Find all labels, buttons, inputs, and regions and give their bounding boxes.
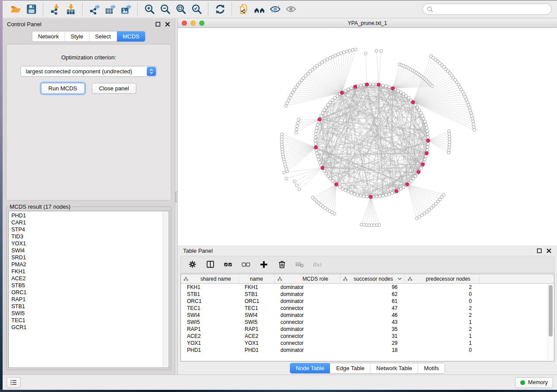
table-row[interactable]: SWI5SWI5connector431 bbox=[181, 319, 554, 326]
column-header-shared-name[interactable]: shared name bbox=[181, 274, 239, 284]
search-icon bbox=[427, 6, 433, 13]
zoom-in-button[interactable] bbox=[142, 2, 157, 17]
close-panel-action-button[interactable]: Close panel bbox=[92, 83, 137, 94]
show-columns-button[interactable] bbox=[205, 259, 215, 270]
tab-network-table[interactable]: Network Table bbox=[370, 363, 418, 373]
network-graph[interactable] bbox=[178, 28, 557, 245]
mcds-result-item[interactable]: ORC1 bbox=[9, 289, 169, 296]
mcds-result-item[interactable]: TEC1 bbox=[9, 317, 169, 324]
table-settings-button[interactable] bbox=[187, 259, 197, 270]
tab-network[interactable]: Network bbox=[32, 31, 65, 41]
column-header-successor-nodes[interactable]: successor nodes bbox=[340, 274, 405, 284]
open-folder-icon bbox=[10, 3, 21, 15]
network-window-title: YPA_prune.txt_1 bbox=[348, 20, 387, 26]
open-session-button[interactable] bbox=[8, 2, 24, 17]
svg-text:f(x): f(x) bbox=[313, 261, 322, 267]
tab-node-table[interactable]: Node Table bbox=[290, 363, 331, 373]
tab-mcds[interactable]: MCDS bbox=[117, 31, 145, 41]
unselect-all-columns-button[interactable] bbox=[241, 259, 251, 270]
tree-icon bbox=[277, 277, 282, 281]
node-table-container: shared name name MCDS role successor nod… bbox=[180, 274, 554, 361]
first-neighbors-button[interactable] bbox=[252, 2, 267, 17]
tab-select[interactable]: Select bbox=[90, 31, 117, 41]
control-panel-tabs: Network Style Select MCDS bbox=[3, 31, 175, 42]
network-window-titlebar: YPA_prune.txt_1 bbox=[178, 19, 557, 28]
import-table-button[interactable] bbox=[63, 2, 79, 17]
column-header-mcds-role[interactable]: MCDS role bbox=[274, 274, 340, 284]
search-input[interactable] bbox=[436, 6, 547, 13]
mcds-result-item[interactable]: PHD1 bbox=[9, 212, 169, 219]
window-minimize-traffic-button[interactable] bbox=[190, 21, 196, 26]
tab-motifs[interactable]: Motifs bbox=[418, 363, 445, 373]
criterion-dropdown[interactable]: largest connected component (undirected) bbox=[21, 66, 157, 77]
mcds-result-item[interactable]: FKH1 bbox=[9, 268, 169, 275]
mcds-result-item[interactable]: TID3 bbox=[9, 233, 169, 240]
table-row[interactable]: FKH1FKH1dominator962 bbox=[181, 284, 554, 291]
task-history-button[interactable] bbox=[7, 377, 21, 388]
zoom-selected-icon bbox=[191, 3, 202, 15]
zoom-selected-button[interactable] bbox=[189, 2, 204, 17]
export-table-button[interactable] bbox=[102, 2, 118, 17]
mcds-result-listbox: PHD1CAR1STP4TID3YOX1SWI4SRD1PMA2FKH1ACE2… bbox=[8, 211, 169, 368]
memory-status-button[interactable]: Memory bbox=[515, 377, 553, 388]
mcds-result-item[interactable]: SWI4 bbox=[9, 247, 169, 254]
mcds-result-item[interactable]: STP4 bbox=[9, 226, 169, 233]
table-row[interactable]: PHD1PHD1dominator180 bbox=[181, 347, 554, 354]
column-header-name[interactable]: name bbox=[239, 274, 274, 284]
zoom-out-button[interactable] bbox=[157, 2, 173, 17]
duplicate-network-icon bbox=[238, 3, 249, 15]
save-session-button[interactable] bbox=[24, 2, 39, 17]
mcds-result-item[interactable]: RAP1 bbox=[9, 296, 169, 303]
close-icon bbox=[165, 22, 170, 27]
panel-splitter[interactable] bbox=[175, 19, 178, 375]
table-row[interactable]: STB1STB1dominator620 bbox=[181, 291, 554, 298]
table-scrollbar-thumb[interactable] bbox=[549, 285, 553, 337]
mcds-result-item[interactable]: CAR1 bbox=[9, 219, 169, 226]
table-row[interactable]: ACE2ACE2connector311 bbox=[181, 333, 554, 340]
table-row[interactable]: YOX1YOX1connector291 bbox=[181, 340, 554, 347]
zoom-out-icon bbox=[159, 3, 171, 15]
table-row[interactable]: ORC1ORC1dominator610 bbox=[181, 298, 554, 305]
node-table-body: FKH1FKH1dominator962STB1STB1dominator620… bbox=[181, 284, 554, 354]
close-table-panel-button[interactable] bbox=[546, 248, 552, 254]
export-network-button[interactable] bbox=[86, 2, 102, 17]
zoom-fit-button[interactable] bbox=[173, 2, 189, 17]
hide-selected-button[interactable] bbox=[267, 2, 283, 17]
mcds-result-item[interactable]: STB1 bbox=[9, 303, 169, 310]
dropdown-stepper-icon bbox=[147, 67, 156, 76]
mcds-result-item[interactable]: SWI5 bbox=[9, 310, 169, 317]
table-row[interactable]: SWI4SWI4dominator462 bbox=[181, 312, 554, 319]
tree-icon bbox=[343, 277, 348, 281]
column-header-predecessor-nodes[interactable]: predecessor nodes bbox=[405, 274, 479, 284]
mcds-result-item[interactable]: PMA2 bbox=[9, 261, 169, 268]
table-scrollbar[interactable] bbox=[547, 284, 554, 361]
network-canvas[interactable] bbox=[178, 28, 557, 245]
tab-edge-table[interactable]: Edge Table bbox=[330, 363, 370, 373]
close-panel-button[interactable] bbox=[165, 21, 170, 27]
export-image-button[interactable] bbox=[118, 2, 134, 17]
select-all-columns-button[interactable] bbox=[223, 259, 233, 270]
show-all-button[interactable] bbox=[283, 2, 299, 17]
table-row[interactable]: RAP1RAP1dominator352 bbox=[181, 326, 554, 333]
window-close-traffic-button[interactable] bbox=[182, 21, 187, 26]
mcds-result-item[interactable]: YOX1 bbox=[9, 240, 169, 247]
window-maximize-traffic-button[interactable] bbox=[199, 21, 204, 26]
delete-table-button bbox=[294, 259, 305, 270]
search-box bbox=[422, 3, 552, 15]
import-network-button[interactable] bbox=[47, 2, 63, 17]
duplicate-network-button[interactable] bbox=[236, 2, 252, 17]
criterion-selected-value: largest connected component (undirected) bbox=[21, 68, 147, 75]
table-row[interactable]: TEC1TEC1connector472 bbox=[181, 305, 554, 312]
create-column-button[interactable] bbox=[259, 259, 269, 270]
run-mcds-button[interactable]: Run MCDS bbox=[41, 83, 85, 94]
delete-column-button[interactable] bbox=[277, 259, 287, 270]
tab-style[interactable]: Style bbox=[65, 31, 90, 41]
refresh-view-button[interactable] bbox=[212, 2, 228, 17]
mcds-result-item[interactable]: ACE2 bbox=[9, 275, 169, 282]
app-window: Control Panel Network Style Select MCDS … bbox=[3, 0, 557, 390]
float-table-panel-button[interactable] bbox=[536, 248, 542, 254]
mcds-result-item[interactable]: STB5 bbox=[9, 282, 169, 289]
float-panel-button[interactable] bbox=[155, 21, 161, 27]
mcds-result-item[interactable]: SRD1 bbox=[9, 254, 169, 261]
mcds-result-item[interactable]: GCR1 bbox=[9, 324, 169, 331]
